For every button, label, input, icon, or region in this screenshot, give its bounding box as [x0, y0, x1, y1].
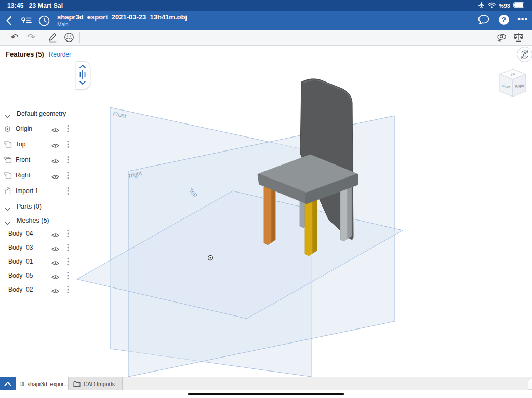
mesh-row-body-04[interactable]: Body_04	[0, 226, 76, 241]
chevron-down-icon	[5, 112, 10, 121]
status-time-date: 13:4523 Mart Sal	[7, 2, 63, 9]
undo-icon: ↶	[10, 33, 18, 42]
row-menu-button[interactable]	[67, 243, 69, 254]
chevron-down-icon	[5, 204, 10, 214]
row-menu-button[interactable]	[67, 140, 69, 150]
battery-icon	[513, 2, 526, 9]
back-chevron-icon	[6, 16, 12, 26]
toolbar-separator	[42, 32, 42, 43]
wifi-icon	[488, 2, 496, 9]
plane-icon	[4, 141, 12, 150]
chair-leg-yellow	[305, 197, 313, 256]
history-clock-icon	[38, 15, 50, 27]
document-title: shapr3d_export_2021-03-23_13h41m.obj	[57, 13, 187, 21]
history-up-icon	[80, 65, 85, 68]
section-default-geometry[interactable]: Default geometry	[0, 107, 76, 121]
section-parts[interactable]: Parts (0)	[0, 200, 76, 214]
status-date: 23 Mart Sal	[29, 2, 63, 9]
workspace-name: Main	[57, 22, 187, 28]
features-panel: Features (5) Reorder Default geometry Or…	[0, 46, 76, 377]
chair-leg-orange-side	[272, 185, 275, 242]
row-menu-button[interactable]	[67, 285, 69, 296]
plane-icon	[4, 172, 12, 181]
status-time: 13:45	[7, 2, 24, 9]
eye-icon[interactable]	[51, 286, 59, 296]
row-menu-button[interactable]	[67, 171, 69, 182]
view-cube[interactable]: Top Front Right	[495, 67, 530, 102]
history-slider-widget[interactable]	[76, 61, 90, 89]
measuring-tape-icon	[496, 32, 508, 43]
eye-icon[interactable]	[51, 157, 59, 166]
tab-label: CAD Imports	[84, 381, 115, 387]
viewport-3d[interactable]: Front Right Top	[76, 46, 532, 377]
feature-row-import-1[interactable]: Import 1	[0, 184, 76, 198]
history-down-icon	[80, 81, 85, 84]
tab-current-document[interactable]: shapr3d_expor...	[16, 377, 69, 390]
history-slider-icon	[81, 71, 85, 79]
orbit-lock-button[interactable]	[517, 47, 532, 62]
features-panel-title: Features (5)	[6, 50, 44, 58]
undo-button[interactable]: ↶	[6, 30, 23, 45]
toolbar: ↶ ↷	[0, 30, 532, 46]
tab-label: shapr3d_expor...	[28, 381, 68, 387]
back-button[interactable]	[0, 11, 18, 30]
eye-icon[interactable]	[51, 258, 59, 268]
redo-icon: ↷	[27, 33, 35, 42]
help-button[interactable]: ?	[498, 13, 510, 28]
chat-bubble-icon	[477, 13, 490, 26]
pencil-icon	[47, 32, 58, 43]
eye-icon[interactable]	[51, 230, 59, 240]
smiley-lasso-icon	[63, 32, 75, 43]
row-menu-button[interactable]	[67, 187, 69, 197]
units-button[interactable]	[510, 30, 527, 45]
mesh-row-body-01[interactable]: Body_01	[0, 254, 76, 269]
mesh-row-body-02[interactable]: Body_02	[0, 282, 76, 297]
help-icon: ?	[498, 13, 510, 26]
history-button[interactable]	[35, 11, 53, 30]
scene-canvas: Front Right Top	[76, 46, 532, 377]
row-menu-button[interactable]	[67, 271, 69, 282]
feature-row-origin[interactable]: Origin	[0, 121, 76, 136]
origin-icon	[4, 125, 11, 134]
row-menu-button[interactable]	[67, 156, 69, 166]
feature-row-right-plane[interactable]: Right	[0, 168, 76, 183]
mesh-row-body-03[interactable]: Body_03	[0, 240, 76, 255]
face-select-button[interactable]	[61, 30, 77, 45]
airplane-mode-icon	[478, 2, 485, 9]
row-menu-button[interactable]	[67, 125, 69, 135]
eye-icon[interactable]	[51, 172, 59, 182]
shapr3d-app-window: 13:4523 Mart Sal %93	[0, 0, 532, 398]
chair-leg-orange	[264, 187, 272, 245]
show-dashboard-button[interactable]	[0, 377, 16, 390]
app-header: shapr3d_export_2021-03-23_13h41m.obj Mai…	[0, 11, 532, 30]
home-area	[0, 390, 532, 398]
svg-text:?: ?	[502, 16, 507, 24]
sketch-tool-button[interactable]	[44, 30, 61, 45]
eye-icon[interactable]	[51, 141, 59, 150]
row-menu-button[interactable]	[67, 229, 69, 240]
chat-button[interactable]	[477, 13, 490, 28]
items-list-button[interactable]	[18, 11, 35, 30]
folder-icon	[73, 381, 81, 387]
redo-button[interactable]: ↷	[23, 30, 39, 45]
eye-icon[interactable]	[51, 272, 59, 282]
mesh-row-body-05[interactable]: Body_05	[0, 268, 76, 283]
tab-strip-scroll-hint	[528, 379, 532, 390]
toolbar-separator	[79, 32, 80, 43]
status-bar: 13:4523 Mart Sal %93	[0, 0, 532, 11]
home-indicator[interactable]	[188, 393, 344, 395]
more-menu-button[interactable]: •••	[517, 15, 528, 27]
tab-cad-imports[interactable]: CAD Imports	[69, 377, 123, 390]
feature-row-front-plane[interactable]: Front	[0, 153, 76, 167]
reorder-link[interactable]: Reorder	[49, 51, 71, 58]
eye-icon[interactable]	[51, 126, 59, 135]
balance-scale-icon	[513, 32, 524, 43]
feature-row-top-plane[interactable]: Top	[0, 137, 76, 152]
eye-icon[interactable]	[51, 244, 59, 254]
import-icon	[4, 187, 11, 197]
measure-button[interactable]	[494, 30, 510, 45]
document-icon	[20, 380, 24, 388]
items-list-icon	[21, 16, 32, 26]
origin-marker	[208, 256, 213, 260]
row-menu-button[interactable]	[67, 257, 69, 268]
